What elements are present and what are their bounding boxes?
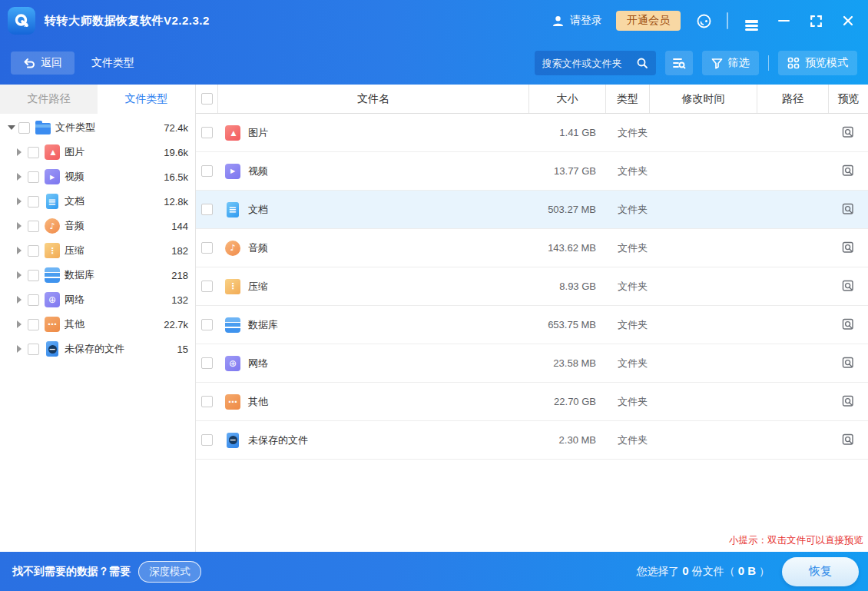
net-icon: [225, 356, 240, 371]
table-row[interactable]: 数据库 653.75 MB 文件夹: [196, 306, 868, 344]
checkbox[interactable]: [28, 294, 39, 306]
column-header-name[interactable]: 文件名: [217, 85, 528, 113]
chevron-right-icon[interactable]: [17, 247, 28, 254]
checkbox[interactable]: [28, 171, 39, 183]
checkbox[interactable]: [28, 147, 39, 158]
column-header-preview[interactable]: 预览: [828, 85, 868, 113]
menu-icon: [745, 20, 758, 22]
tab-file-type[interactable]: 文件类型: [98, 85, 195, 114]
preview-button[interactable]: [842, 241, 855, 254]
login-button[interactable]: 请登录: [552, 14, 602, 28]
search-icon[interactable]: [636, 57, 648, 69]
checkbox[interactable]: [201, 281, 213, 292]
checkbox[interactable]: [201, 127, 213, 138]
table-row[interactable]: 网络 23.58 MB 文件夹: [196, 344, 868, 383]
tree-item-network[interactable]: 网络 132: [0, 287, 195, 312]
preview-button[interactable]: [842, 395, 855, 408]
tree-item-unsaved[interactable]: 未保存的文件 15: [0, 337, 195, 361]
table-row[interactable]: 图片 1.41 GB 文件夹: [196, 114, 868, 152]
menu-button[interactable]: [742, 12, 760, 30]
tree-item-root[interactable]: 文件类型 72.4k: [0, 115, 195, 140]
preview-button[interactable]: [842, 164, 855, 178]
checkbox[interactable]: [28, 221, 39, 232]
search-input[interactable]: [542, 58, 636, 69]
chevron-right-icon[interactable]: [17, 222, 28, 230]
preview-button[interactable]: [842, 357, 855, 370]
table-row[interactable]: 压缩 8.93 GB 文件夹: [196, 267, 868, 306]
preview-button[interactable]: [842, 280, 855, 293]
table-row[interactable]: 音频 143.62 MB 文件夹: [196, 229, 868, 267]
chevron-down-icon[interactable]: [8, 125, 18, 130]
search-results-list-button[interactable]: [665, 51, 693, 75]
preview-button[interactable]: [842, 126, 855, 139]
checkbox[interactable]: [201, 242, 213, 254]
file-type-tree: 文件类型 72.4k 图片 19.6k 视频 16.5k: [0, 114, 195, 361]
select-all-checkbox[interactable]: [201, 93, 213, 105]
support-button[interactable]: [694, 12, 713, 30]
tree-item-videos[interactable]: 视频 16.5k: [0, 164, 195, 189]
table-row-selected[interactable]: 文档 503.27 MB 文件夹: [196, 191, 868, 229]
preview-button[interactable]: [842, 203, 855, 216]
double-click-hint: 小提示：双击文件可以直接预览: [729, 534, 863, 547]
chevron-right-icon[interactable]: [17, 198, 28, 205]
filter-button[interactable]: 筛选: [702, 51, 759, 75]
chevron-right-icon[interactable]: [17, 345, 28, 353]
preview-mode-label: 预览模式: [805, 56, 848, 70]
tree-item-archives[interactable]: 压缩 182: [0, 238, 195, 263]
tree-item-other[interactable]: 其他 22.7k: [0, 312, 195, 337]
close-button[interactable]: [839, 12, 857, 30]
headset-icon: [696, 13, 712, 29]
table-row[interactable]: 视频 13.77 GB 文件夹: [196, 152, 868, 191]
search-box[interactable]: [535, 51, 656, 75]
maximize-button[interactable]: [807, 12, 825, 30]
checkbox[interactable]: [201, 434, 213, 446]
checkbox[interactable]: [28, 319, 39, 330]
tree-item-documents[interactable]: 文档 12.8k: [0, 189, 195, 214]
tab-file-path[interactable]: 文件路径: [0, 85, 98, 114]
chevron-right-icon[interactable]: [17, 296, 28, 304]
minimize-button[interactable]: [774, 12, 793, 30]
checkbox[interactable]: [201, 396, 213, 407]
toolbar: 返回 文件类型: [0, 42, 868, 85]
column-header-path[interactable]: 路径: [757, 85, 828, 113]
checkbox[interactable]: [201, 165, 213, 177]
close-icon: [843, 15, 853, 26]
checkbox[interactable]: [201, 319, 213, 330]
column-header-modified[interactable]: 修改时间: [649, 85, 757, 113]
grid-icon: [787, 57, 800, 69]
tree-item-audio[interactable]: 音频 144: [0, 214, 195, 238]
chevron-right-icon[interactable]: [17, 173, 28, 181]
audio-icon: [45, 218, 60, 234]
tree-item-images[interactable]: 图片 19.6k: [0, 140, 195, 164]
preview-button[interactable]: [842, 318, 855, 331]
sidebar: 文件路径 文件类型 文件类型 72.4k 图片 19.6k: [0, 85, 196, 552]
chevron-right-icon[interactable]: [17, 271, 28, 279]
vip-button[interactable]: 开通会员: [616, 11, 681, 31]
tree-item-database[interactable]: 数据库 218: [0, 263, 195, 287]
chevron-right-icon[interactable]: [17, 148, 28, 156]
net-icon: [45, 292, 60, 307]
table-row[interactable]: 未保存的文件 2.30 MB 文件夹: [196, 421, 868, 460]
preview-mode-button[interactable]: 预览模式: [778, 51, 857, 75]
checkbox[interactable]: [201, 357, 213, 369]
app-window: 转转大师数据恢复软件V2.2.3.2 请登录 开通会员: [0, 0, 868, 591]
recover-button[interactable]: 恢复: [782, 557, 859, 586]
column-header-type[interactable]: 类型: [605, 85, 649, 113]
toolbar-divider: [768, 55, 770, 71]
column-header-size[interactable]: 大小: [528, 85, 605, 113]
deep-scan-prompt: 找不到需要的数据？需要: [12, 565, 131, 579]
app-title: 转转大师数据恢复软件V2.2.3.2: [45, 14, 210, 28]
checkbox[interactable]: [28, 196, 39, 208]
zip-icon: [225, 279, 240, 294]
preview-button[interactable]: [842, 433, 855, 447]
checkbox[interactable]: [201, 204, 213, 215]
deep-mode-button[interactable]: 深度模式: [138, 561, 201, 583]
table-row[interactable]: 其他 22.70 GB 文件夹: [196, 383, 868, 421]
checkbox[interactable]: [28, 344, 39, 355]
checkbox[interactable]: [28, 270, 39, 281]
back-button[interactable]: 返回: [11, 51, 75, 75]
checkbox[interactable]: [28, 245, 39, 257]
chevron-right-icon[interactable]: [17, 320, 28, 328]
list-search-icon: [672, 57, 686, 69]
checkbox[interactable]: [18, 122, 30, 134]
